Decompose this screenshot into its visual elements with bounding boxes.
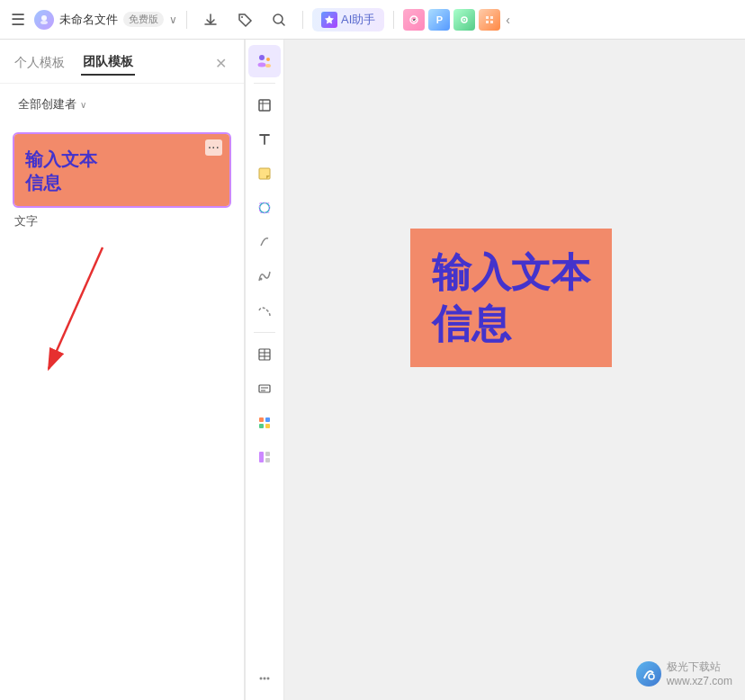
tool-divider-1 [254, 83, 275, 84]
svg-line-12 [49, 247, 103, 369]
svg-point-1 [40, 21, 48, 24]
template-card-text[interactable]: 输入文本 信息 ··· [13, 132, 231, 208]
panel-header: 个人模板 团队模板 ✕ [0, 40, 244, 84]
topbar-more-icon[interactable]: ‹ [506, 13, 510, 27]
tool-curve-button[interactable] [248, 260, 281, 292]
svg-rect-10 [490, 21, 493, 23]
template-grid: 输入文本 信息 ··· 文字 [0, 125, 244, 700]
tool-sticky-button[interactable] [248, 157, 281, 190]
svg-rect-37 [265, 458, 270, 462]
svg-rect-8 [490, 16, 493, 19]
download-button[interactable] [196, 5, 225, 34]
svg-rect-7 [486, 16, 489, 19]
svg-point-41 [649, 674, 654, 679]
tool-connector-button[interactable] [248, 294, 281, 327]
svg-rect-33 [259, 424, 264, 428]
watermark-site: 极光下载站 [667, 660, 721, 675]
tab-team[interactable]: 团队模板 [81, 50, 135, 76]
tool-layout-button[interactable] [248, 441, 281, 473]
tool-widget-button[interactable] [248, 407, 281, 439]
filename-chevron-icon[interactable]: ∨ [169, 13, 177, 26]
svg-point-21 [260, 203, 270, 213]
template-menu-button[interactable]: ··· [205, 139, 222, 156]
plugin-icon-3[interactable] [453, 9, 475, 31]
tool-sidebar [245, 40, 284, 700]
tool-text-button[interactable] [248, 123, 281, 156]
svg-point-2 [241, 16, 243, 18]
svg-rect-35 [259, 452, 264, 462]
tab-personal[interactable]: 个人模板 [13, 51, 67, 75]
canvas-template-block: 输入文本 信息 [410, 229, 612, 367]
left-panel: 个人模板 团队模板 ✕ 全部创建者 ∨ 输入文本 信息 ··· 文字 [0, 40, 245, 700]
svg-rect-20 [259, 168, 270, 179]
svg-rect-32 [265, 417, 270, 422]
template-label: 文字 [13, 213, 231, 229]
svg-point-6 [463, 19, 465, 21]
ai-label: AI助手 [341, 12, 375, 28]
red-arrow-icon [31, 238, 139, 382]
menu-icon[interactable]: ☰ [7, 6, 29, 33]
plugin-icon-4[interactable] [479, 9, 500, 31]
panel-close-button[interactable]: ✕ [210, 52, 231, 74]
filename-label: 未命名文件 [59, 12, 118, 28]
tool-table-button[interactable] [248, 338, 281, 371]
template-card-preview: 输入文本 信息 [14, 134, 229, 206]
divider-1 [186, 11, 187, 29]
tool-textbox-button[interactable] [248, 372, 281, 405]
ai-assistant-button[interactable]: AI助手 [312, 8, 384, 31]
svg-point-40 [267, 678, 270, 680]
svg-point-0 [41, 15, 47, 21]
divider-2 [302, 11, 303, 29]
svg-rect-34 [265, 424, 270, 428]
filter-row: 全部创建者 ∨ [0, 84, 244, 125]
topbar: ☰ 未命名文件 免费版 ∨ AI助手 P ‹ [0, 0, 745, 40]
watermark: 极光下载站 www.xz7.com [636, 660, 732, 687]
ai-icon [321, 12, 337, 28]
svg-point-23 [260, 278, 263, 281]
svg-rect-17 [259, 100, 270, 111]
arrow-area [13, 238, 231, 382]
svg-rect-31 [259, 417, 264, 422]
tool-pen-button[interactable] [248, 226, 281, 258]
svg-point-38 [260, 678, 263, 680]
main-layout: 个人模板 团队模板 ✕ 全部创建者 ∨ 输入文本 信息 ··· 文字 [0, 40, 745, 700]
svg-rect-36 [265, 452, 270, 456]
tool-home-button[interactable] [248, 45, 281, 77]
watermark-text-group: 极光下载站 www.xz7.com [667, 660, 732, 687]
svg-rect-28 [259, 385, 270, 392]
svg-point-16 [265, 64, 271, 67]
watermark-url: www.xz7.com [667, 675, 732, 687]
plan-badge[interactable]: 免费版 [123, 12, 164, 27]
template-preview-text: 输入文本 信息 [25, 148, 219, 194]
filter-creator-button[interactable]: 全部创建者 ∨ [13, 93, 92, 116]
svg-rect-9 [486, 21, 489, 23]
tag-button[interactable] [230, 5, 259, 34]
svg-point-39 [264, 678, 266, 680]
svg-point-15 [266, 58, 270, 61]
divider-3 [393, 11, 394, 29]
app-logo [34, 10, 54, 30]
svg-point-14 [258, 63, 266, 67]
watermark-logo [636, 661, 661, 687]
tool-frame-button[interactable] [248, 89, 281, 121]
filter-label: 全部创建者 [18, 96, 76, 112]
plugin-icon-1[interactable] [403, 9, 425, 31]
tool-divider-2 [254, 332, 275, 333]
tool-shape-button[interactable] [248, 192, 281, 224]
canvas-template-text: 输入文本 信息 [432, 247, 590, 349]
plugin-icon-2[interactable]: P [428, 9, 450, 31]
tool-more-button[interactable] [248, 662, 281, 695]
filter-chevron-icon: ∨ [80, 100, 86, 110]
plugin-icons-group: P [403, 9, 500, 31]
canvas-area[interactable]: 输入文本 信息 极光下载站 www.xz7.com [284, 40, 745, 700]
svg-point-13 [259, 55, 265, 60]
search-button[interactable] [265, 5, 293, 34]
